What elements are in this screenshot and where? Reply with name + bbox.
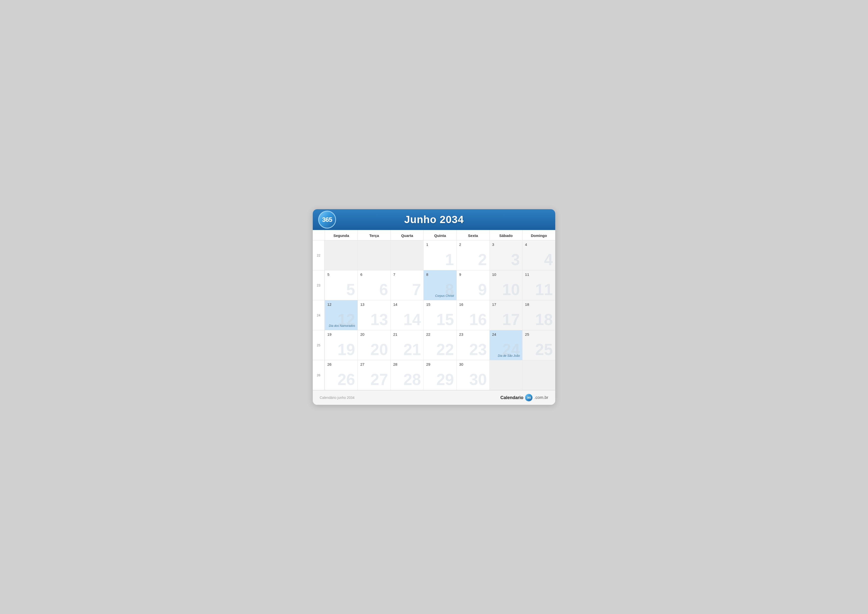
day-cell-w5-d5[interactable]: 3030 <box>457 360 490 390</box>
week-row-2: 2355667788Corpus Christi9910101111 <box>313 270 555 300</box>
day-cell-w3-d7[interactable]: 1818 <box>522 300 555 330</box>
day-cell-w4-d3[interactable]: 2121 <box>391 330 423 360</box>
day-cell-w1-d6[interactable]: 33 <box>490 240 522 270</box>
day-watermark: 30 <box>470 372 487 387</box>
day-cell-w1-d4[interactable]: 11 <box>423 240 456 270</box>
day-cell-w4-d6[interactable]: 2424Dia de São João <box>490 330 522 360</box>
footer-brand-badge: 365 <box>525 394 532 401</box>
day-cell-w1-d2[interactable] <box>358 240 391 270</box>
day-number: 23 <box>459 332 487 336</box>
day-number: 27 <box>360 362 388 367</box>
weeks-container: 22112233442355667788Corpus Christi991010… <box>313 240 555 390</box>
weekdays-row: Segunda Terça Quarta Quinta Sexta Sábado… <box>313 230 555 240</box>
day-cell-w1-d7[interactable]: 44 <box>522 240 555 270</box>
day-event-label: Dia dos Namorados <box>329 324 355 328</box>
calendar-body: Segunda Terça Quarta Quinta Sexta Sábado… <box>313 230 555 390</box>
day-cell-w2-d4[interactable]: 88Corpus Christi <box>423 270 456 300</box>
footer-brand-post: .com.br <box>534 395 548 400</box>
day-number: 5 <box>327 272 355 277</box>
day-number: 14 <box>393 302 421 306</box>
day-number: 3 <box>492 242 520 247</box>
day-cell-w2-d2[interactable]: 66 <box>358 270 391 300</box>
day-cell-w5-d6[interactable] <box>490 360 522 390</box>
day-number: 9 <box>459 272 487 277</box>
day-cell-w2-d6[interactable]: 1010 <box>490 270 522 300</box>
day-number: 15 <box>426 302 454 306</box>
day-watermark: 15 <box>436 312 454 328</box>
day-number: 1 <box>426 242 454 247</box>
day-watermark: 14 <box>403 312 421 328</box>
weekday-spacer <box>313 230 325 240</box>
day-number: 17 <box>492 302 520 306</box>
day-cell-w4-d5[interactable]: 2323 <box>457 330 490 360</box>
day-cell-w4-d2[interactable]: 2020 <box>358 330 391 360</box>
footer-brand-pre: Calendario <box>500 395 523 400</box>
day-number: 2 <box>459 242 487 247</box>
day-cell-w2-d7[interactable]: 1111 <box>522 270 555 300</box>
day-watermark: 3 <box>511 252 520 267</box>
day-cell-w3-d1[interactable]: 1212Dia dos Namorados <box>325 300 358 330</box>
weekday-sabado: Sábado <box>490 230 522 240</box>
day-watermark: 29 <box>436 372 454 387</box>
day-number: 19 <box>327 332 355 336</box>
day-watermark: 17 <box>502 312 520 328</box>
day-watermark: 23 <box>470 342 487 358</box>
day-cell-w5-d3[interactable]: 2828 <box>391 360 423 390</box>
weekday-sexta: Sexta <box>457 230 490 240</box>
day-cell-w2-d5[interactable]: 99 <box>457 270 490 300</box>
footer-brand: Calendario 365 .com.br <box>500 394 548 401</box>
weekday-segunda: Segunda <box>325 230 358 240</box>
day-cell-w3-d3[interactable]: 1414 <box>391 300 423 330</box>
day-number: 21 <box>393 332 421 336</box>
week-row-3: 241212Dia dos Namorados13131414151516161… <box>313 300 555 330</box>
header-title: Junho 2034 <box>321 214 547 225</box>
day-cell-w3-d4[interactable]: 1515 <box>423 300 456 330</box>
day-cell-w4-d7[interactable]: 2525 <box>522 330 555 360</box>
footer-left-text: Calendário junho 2034 <box>320 396 355 399</box>
day-watermark: 27 <box>370 372 388 387</box>
day-number: 12 <box>327 302 355 306</box>
day-number: 10 <box>492 272 520 277</box>
day-number: 8 <box>426 272 454 277</box>
day-watermark: 20 <box>370 342 388 358</box>
day-number: 18 <box>525 302 553 306</box>
day-number: 30 <box>459 362 487 367</box>
day-cell-w2-d3[interactable]: 77 <box>391 270 423 300</box>
day-watermark: 21 <box>403 342 421 358</box>
day-cell-w2-d1[interactable]: 55 <box>325 270 358 300</box>
day-cell-w1-d1[interactable] <box>325 240 358 270</box>
day-number: 24 <box>492 332 520 336</box>
day-number: 22 <box>426 332 454 336</box>
week-number-5: 26 <box>313 360 325 390</box>
day-watermark: 26 <box>338 372 355 387</box>
weekday-domingo: Domingo <box>522 230 555 240</box>
day-event-label: Dia de São João <box>498 354 520 358</box>
day-cell-w5-d1[interactable]: 2626 <box>325 360 358 390</box>
day-cell-w4-d1[interactable]: 1919 <box>325 330 358 360</box>
day-cell-w5-d7[interactable] <box>522 360 555 390</box>
day-event-label: Corpus Christi <box>435 294 454 298</box>
week-number-4: 25 <box>313 330 325 360</box>
day-cell-w5-d4[interactable]: 2929 <box>423 360 456 390</box>
day-watermark: 6 <box>379 282 388 298</box>
day-cell-w3-d6[interactable]: 1717 <box>490 300 522 330</box>
day-cell-w3-d2[interactable]: 1313 <box>358 300 391 330</box>
day-watermark: 5 <box>346 282 355 298</box>
day-watermark: 25 <box>535 342 553 358</box>
week-number-3: 24 <box>313 300 325 330</box>
day-number: 11 <box>525 272 553 277</box>
day-watermark: 19 <box>338 342 355 358</box>
day-number: 16 <box>459 302 487 306</box>
day-watermark: 4 <box>544 252 553 267</box>
day-cell-w1-d5[interactable]: 22 <box>457 240 490 270</box>
week-row-4: 25191920202121222223232424Dia de São Joã… <box>313 330 555 360</box>
day-watermark: 11 <box>535 282 553 298</box>
day-cell-w5-d2[interactable]: 2727 <box>358 360 391 390</box>
weekday-quarta: Quarta <box>391 230 423 240</box>
day-watermark: 18 <box>535 312 553 328</box>
week-number-2: 23 <box>313 270 325 300</box>
day-cell-w4-d4[interactable]: 2222 <box>423 330 456 360</box>
week-row-1: 2211223344 <box>313 240 555 270</box>
day-cell-w1-d3[interactable] <box>391 240 423 270</box>
day-cell-w3-d5[interactable]: 1616 <box>457 300 490 330</box>
